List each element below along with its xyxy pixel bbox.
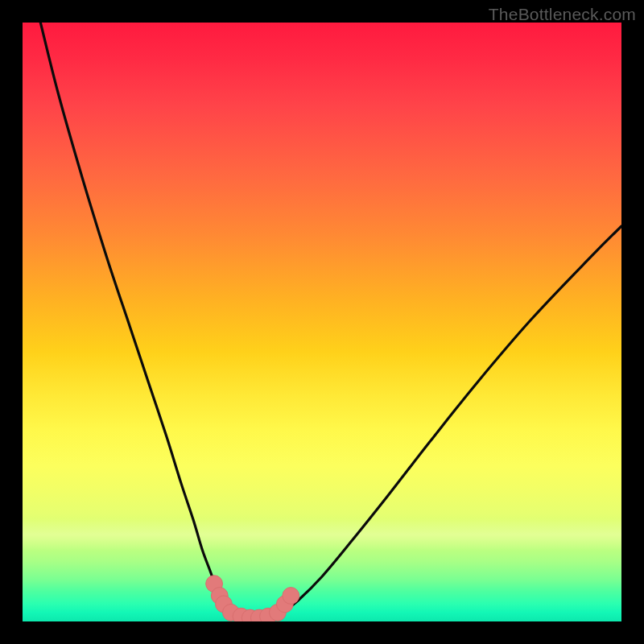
marker-point <box>206 576 223 592</box>
marker-point <box>242 609 258 621</box>
watermark-text: TheBottleneck.com <box>489 5 636 24</box>
marker-point <box>211 588 228 605</box>
outer-frame: TheBottleneck.com <box>0 0 644 644</box>
chart-svg <box>23 23 621 621</box>
marker-layer <box>206 576 299 621</box>
marker-point <box>260 608 277 621</box>
marker-point <box>250 609 267 621</box>
marker-point <box>283 588 299 605</box>
marker-point <box>276 596 293 613</box>
marker-point <box>233 608 250 621</box>
curve-layer <box>40 23 621 618</box>
marker-point <box>222 604 239 621</box>
marker-point <box>270 604 287 621</box>
highlight-band <box>23 518 621 551</box>
bottleneck-curve <box>40 23 621 618</box>
plot-area <box>23 23 621 621</box>
marker-point <box>216 596 233 613</box>
